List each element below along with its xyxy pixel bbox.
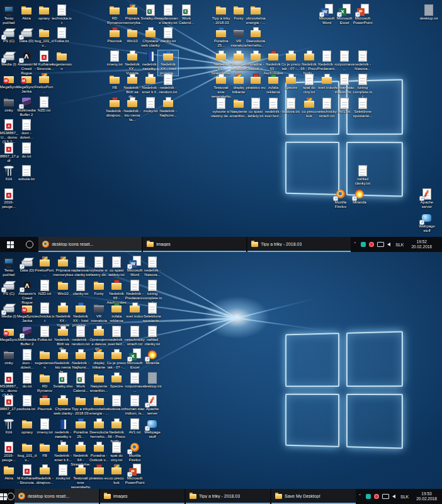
desktop-icon[interactable]: desktop.ini [419,4,439,21]
desktop-icon[interactable]: technicka.txt [35,302,55,323]
task-button[interactable]: Save My Desktop! [271,489,356,504]
start-button[interactable] [0,237,21,252]
mega-tray-icon[interactable] [369,242,374,247]
desktop-icon[interactable]: co spasi tablety.txt [106,256,127,277]
desktop-icon[interactable]: ↗Microsoft PowerPoint [125,464,145,485]
desktop-icon[interactable]: do.txt [16,142,37,159]
desktop-icon[interactable]: nahlad clanky.txt [353,165,373,186]
clock[interactable]: 19:5220.02.2018 [409,239,434,249]
desktop-icon[interactable]: FirefoxPort... [35,256,55,277]
desktop-icon[interactable]: clanky.txt [158,27,178,43]
desktop-icon[interactable]: budova.txt [281,98,301,114]
desktop-icon[interactable]: nedelník - Nasova... [142,256,162,277]
desktop-icon[interactable]: Nedelník - Najhorsi... [71,349,91,370]
desktop-icon[interactable]: nedelník - svet bez... [106,326,127,346]
tray-app-teal-icon[interactable] [361,242,366,247]
desktop-icon[interactable]: technicka.txt [52,4,72,25]
task-button[interactable]: images [143,237,246,252]
desktop-icon[interactable]: RD Rymarov [35,372,55,393]
task-button[interactable]: Tipy a triky - 2018.03 [186,489,270,504]
desktop-icon[interactable]: Nedelník - kto nema fa... [122,97,142,122]
desktop-icon[interactable]: Spectre [106,372,127,389]
desktop-icon[interactable]: naplanovane clanky.txt [71,256,91,277]
desktop-icon[interactable]: Co je preco tak - 0? -... [281,50,301,71]
desktop-icon[interactable]: naplanovane clanky.txt [158,4,178,25]
desktop-icon[interactable]: Tento počítač [0,256,19,277]
desktop-icon[interactable]: ↗Apache server [417,188,437,209]
desktop-icon[interactable]: svgextension [35,349,55,370]
desktop-icon[interactable]: Nedelník 66 - Preco budu... [106,418,127,444]
desktop-icon[interactable]: Akira [0,464,19,481]
cortana-button[interactable] [7,489,14,504]
task-button[interactable]: images [100,489,184,504]
network-display-icon[interactable] [377,242,384,247]
desktop-icon[interactable]: sobota.txt [16,165,37,181]
desktop-icon[interactable]: Nedelník - Blíži sa do... [122,74,142,99]
desktop-icon[interactable]: tuning complete.txt [142,280,162,305]
desktop-icon[interactable]: human stac iridium, is... [334,74,354,94]
desktop-icon[interactable]: Nedelník 65 - Ascholedes... [106,280,127,305]
desktop-icon[interactable]: tuning complete.txt [353,74,373,99]
desktop-icon[interactable]: ↗Media (I) [0,302,19,319]
desktop-icon[interactable]: svgextension [52,50,72,71]
desktop-icon[interactable]: Co je preco tak - 0? -... [106,349,127,370]
volume-icon[interactable] [392,495,395,498]
language-indicator[interactable]: SLK [399,495,411,499]
desktop-icon[interactable]: MegaSync [0,326,19,342]
desktop-icon[interactable]: ↗Miranda [142,349,162,365]
desktop-icon[interactable]: Kôš [0,418,19,435]
desktop-icon[interactable]: NZD.txt [34,96,54,113]
desktop-icon[interactable]: Nedelník - dizajnov... [35,464,55,485]
desktop-icon[interactable]: Selektivne spustanie... [142,302,162,323]
desktop-icon[interactable]: Pisomok [35,395,55,411]
desktop-icon[interactable]: nedelník - random.txt [71,326,91,346]
desktop-icon[interactable]: desktop.ini [142,372,162,389]
desktop-icon[interactable]: AV1.txt [334,98,354,114]
desktop-icon[interactable]: ↗Mozilla Firefox [331,188,351,209]
desktop-icon[interactable]: Tipy a triky - 2018.03 [71,395,91,416]
desktop-icon[interactable]: ↗Microsoft Excel [334,4,354,25]
desktop-icon[interactable]: Poradna 25... [71,418,91,439]
desktop-icon[interactable]: Spectre [281,74,301,90]
desktop-icon[interactable]: 2016-peuge... [0,442,19,462]
desktop-icon[interactable]: zmeny.txt [35,418,55,435]
desktop-icon[interactable]: Nedelník - Najhorsi... [158,97,178,118]
desktop-icon[interactable]: Work Calend... [176,4,196,25]
hidden-icons-chevron-icon[interactable]: ˄ [357,494,363,500]
desktop-icon[interactable]: Testovali sme severskeho... [71,464,91,489]
task-button[interactable]: desktop icons reset... [38,237,142,252]
volume-icon[interactable] [387,243,390,246]
desktop-icon[interactable]: dom - dolezi... [16,119,37,140]
desktop-icon[interactable]: Nedelník XX - Intel projekte... [71,302,91,328]
desktop-icon[interactable]: clanky.txt [71,280,91,296]
network-display-icon[interactable] [382,494,389,499]
desktop-icon[interactable]: cinky [0,349,19,365]
desktop-icon[interactable]: FB [35,442,55,458]
desktop-icon[interactable]: Work Calend... [71,372,91,393]
hidden-icons-chevron-icon[interactable]: ˄ [352,242,358,248]
desktop-icon[interactable]: nedelník - random.txt [158,74,178,94]
desktop-icon[interactable]: Nedelník XX - Intel projekte... [158,50,178,76]
task-button[interactable]: Tipy a triky - 2018.03 [247,237,351,252]
desktop-icon[interactable]: Deevolucia herneho... [246,27,266,48]
desktop-icon[interactable]: ↗Mozilla Firefox [125,442,145,462]
desktop-icon[interactable]: 2016-peuge... [0,188,19,209]
desktop-icon[interactable]: Win10 [122,27,142,43]
desktop-icon[interactable]: spat do ciny.txt [106,442,127,462]
desktop-icon[interactable]: Nedelník XX - Vysada priv... [122,50,142,76]
desktop-icon[interactable]: budova.txt [106,395,127,411]
desktop-icon[interactable]: ↗Webpage stuff [142,418,162,439]
desktop-icon[interactable]: 38867_17.pdf [0,395,19,416]
desktop-icon[interactable]: Fotka.txt [35,326,55,342]
start-button[interactable] [0,489,7,504]
desktop-icon[interactable]: MS38867_U... domu (3.5.2... [0,372,19,398]
desktop-icon[interactable]: FirefoxPort... [34,73,54,94]
language-indicator[interactable]: SLK [394,243,405,247]
desktop-icon[interactable]: Fotka.txt [52,27,72,43]
desktop-icon[interactable]: nahlad clanky.txt [142,326,162,346]
cortana-button[interactable] [21,237,39,252]
tray-app-teal-icon[interactable] [366,494,371,499]
desktop-icon[interactable]: nedelník - Nasova... [353,50,373,71]
desktop-icon[interactable]: ↗PS (C) [0,280,19,296]
desktop-icon[interactable]: ↗Webpage stuff [417,212,437,233]
